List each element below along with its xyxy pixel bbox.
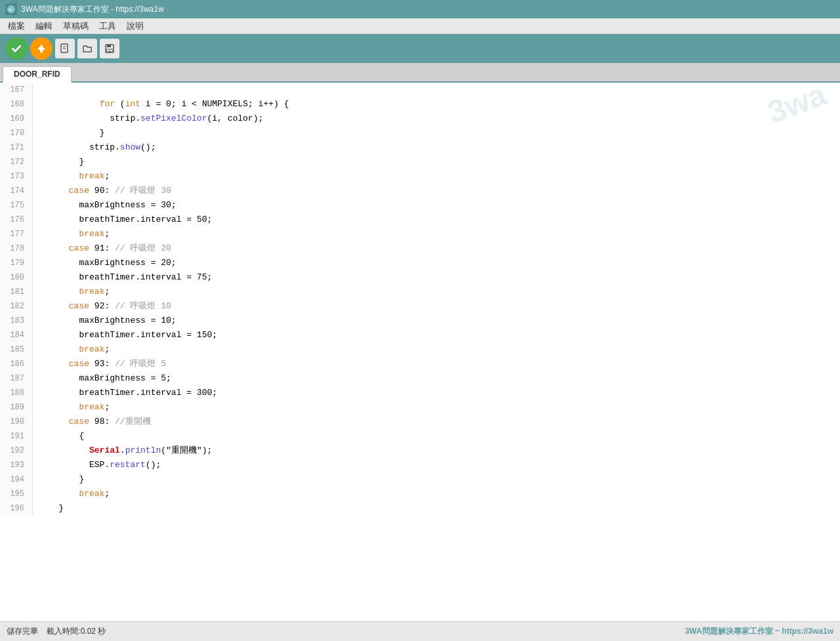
app-icon: ∞ xyxy=(5,3,17,15)
table-row: 183 maxBrightness = 10; xyxy=(0,314,840,328)
table-row: 176 breathTimer.interval = 50; xyxy=(0,213,840,227)
verify-button[interactable] xyxy=(5,37,28,60)
title-text: 3WA問題解決專家工作室 - https://3wa1w xyxy=(21,4,164,15)
line-content: ESP.restart(); xyxy=(33,458,161,472)
table-row: 186 case 93: // 呼吸燈 5 xyxy=(0,357,840,371)
line-number: 182 xyxy=(0,299,33,314)
table-row: 168 for (int i = 0; i < NUMPIXELS; i++) … xyxy=(0,97,840,112)
line-number: 178 xyxy=(0,241,33,256)
menu-bar: 檔案 編輯 草稿碼 工具 說明 xyxy=(0,18,840,34)
line-content: breathTimer.interval = 50; xyxy=(33,213,212,227)
toolbar xyxy=(0,34,840,63)
menu-edit[interactable]: 編輯 xyxy=(30,19,58,33)
table-row: 175 maxBrightness = 30; xyxy=(0,198,840,213)
line-content: break; xyxy=(33,285,110,299)
status-bar: 儲存完畢 載入時間:0.02 秒 3WA問題解決專家工作室 ~ https://… xyxy=(0,621,840,641)
table-row: 194 } xyxy=(0,472,840,487)
line-content: case 93: // 呼吸燈 5 xyxy=(33,357,166,371)
table-row: 184 breathTimer.interval = 150; xyxy=(0,328,840,342)
line-number: 167 xyxy=(0,83,33,97)
line-content: { xyxy=(33,429,84,444)
new-button[interactable] xyxy=(55,39,75,58)
menu-sketch[interactable]: 草稿碼 xyxy=(58,19,94,33)
line-content: break; xyxy=(33,169,110,184)
line-number: 181 xyxy=(0,285,33,299)
line-content: strip.setPixelColor(i, color); xyxy=(33,112,263,126)
line-content: } xyxy=(33,155,84,169)
menu-help[interactable]: 說明 xyxy=(121,19,149,33)
line-number: 170 xyxy=(0,126,33,140)
line-content: case 98: //重開機 xyxy=(33,415,151,429)
line-content: case 92: // 呼吸燈 10 xyxy=(33,299,171,314)
line-content: strip.show(); xyxy=(33,140,156,155)
line-number: 193 xyxy=(0,458,33,472)
open-button[interactable] xyxy=(77,39,97,58)
line-number: 168 xyxy=(0,97,33,112)
line-content: breathTimer.interval = 75; xyxy=(33,270,212,285)
table-row: 191 { xyxy=(0,429,840,444)
line-number: 180 xyxy=(0,270,33,285)
table-row: 178 case 91: // 呼吸燈 20 xyxy=(0,241,840,256)
table-row: 185 break; xyxy=(0,342,840,357)
line-content: case 91: // 呼吸燈 20 xyxy=(33,241,171,256)
tab-door-rfid[interactable]: DOOR_RFID xyxy=(3,66,72,83)
upload-button[interactable] xyxy=(30,37,52,60)
line-number: 177 xyxy=(0,227,33,241)
svg-marker-2 xyxy=(37,45,45,50)
line-content: for (int i = 0; i < NUMPIXELS; i++) { xyxy=(33,97,289,112)
line-content: maxBrightness = 20; xyxy=(33,256,177,270)
table-row: 179 maxBrightness = 20; xyxy=(0,256,840,270)
line-number: 186 xyxy=(0,357,33,371)
line-content: maxBrightness = 5; xyxy=(33,371,171,386)
line-number: 169 xyxy=(0,112,33,126)
line-number: 191 xyxy=(0,429,33,444)
status-load-time: 載入時間:0.02 秒 xyxy=(47,627,106,636)
table-row: 177 break; xyxy=(0,227,840,241)
line-number: 179 xyxy=(0,256,33,270)
line-number: 174 xyxy=(0,184,33,198)
title-bar: ∞ 3WA問題解決專家工作室 - https://3wa1w xyxy=(0,0,840,18)
table-row: 181 break; xyxy=(0,285,840,299)
svg-text:∞: ∞ xyxy=(8,7,12,13)
line-number: 184 xyxy=(0,328,33,342)
table-row: 190 case 98: //重開機 xyxy=(0,415,840,429)
line-number: 190 xyxy=(0,415,33,429)
table-row: 167 xyxy=(0,83,840,97)
line-content: break; xyxy=(33,227,110,241)
line-content: } xyxy=(33,472,84,487)
status-saved: 儲存完畢 xyxy=(7,627,38,636)
menu-file[interactable]: 檔案 xyxy=(3,19,30,33)
table-row: 196 } xyxy=(0,501,840,516)
status-left: 儲存完畢 載入時間:0.02 秒 xyxy=(7,626,106,637)
table-row: 188 breathTimer.interval = 300; xyxy=(0,386,840,400)
table-row: 193 ESP.restart(); xyxy=(0,458,840,472)
save-button[interactable] xyxy=(100,39,119,58)
line-number: 187 xyxy=(0,371,33,386)
table-row: 195 break; xyxy=(0,487,840,501)
line-content: breathTimer.interval = 150; xyxy=(33,328,217,342)
line-content: break; xyxy=(33,487,110,501)
svg-rect-8 xyxy=(107,45,111,47)
tab-bar: DOOR_RFID xyxy=(0,63,840,83)
table-row: 180 breathTimer.interval = 75; xyxy=(0,270,840,285)
status-right: 3WA問題解決專家工作室 ~ https://3wa1w xyxy=(685,626,833,637)
line-number: 185 xyxy=(0,342,33,357)
line-number: 196 xyxy=(0,501,33,516)
line-number: 194 xyxy=(0,472,33,487)
table-row: 192 Serial.println("重開機"); xyxy=(0,444,840,458)
table-row: 171 strip.show(); xyxy=(0,140,840,155)
table-row: 187 maxBrightness = 5; xyxy=(0,371,840,386)
line-number: 172 xyxy=(0,155,33,169)
line-number: 176 xyxy=(0,213,33,227)
table-row: 170 } xyxy=(0,126,840,140)
line-number: 173 xyxy=(0,169,33,184)
code-editor[interactable]: 167168 for (int i = 0; i < NUMPIXELS; i+… xyxy=(0,83,840,621)
svg-rect-3 xyxy=(40,50,43,52)
menu-tools[interactable]: 工具 xyxy=(94,19,121,33)
line-number: 189 xyxy=(0,400,33,415)
line-content: Serial.println("重開機"); xyxy=(33,444,212,458)
line-content: maxBrightness = 10; xyxy=(33,314,177,328)
table-row: 169 strip.setPixelColor(i, color); xyxy=(0,112,840,126)
line-number: 171 xyxy=(0,140,33,155)
table-row: 172 } xyxy=(0,155,840,169)
